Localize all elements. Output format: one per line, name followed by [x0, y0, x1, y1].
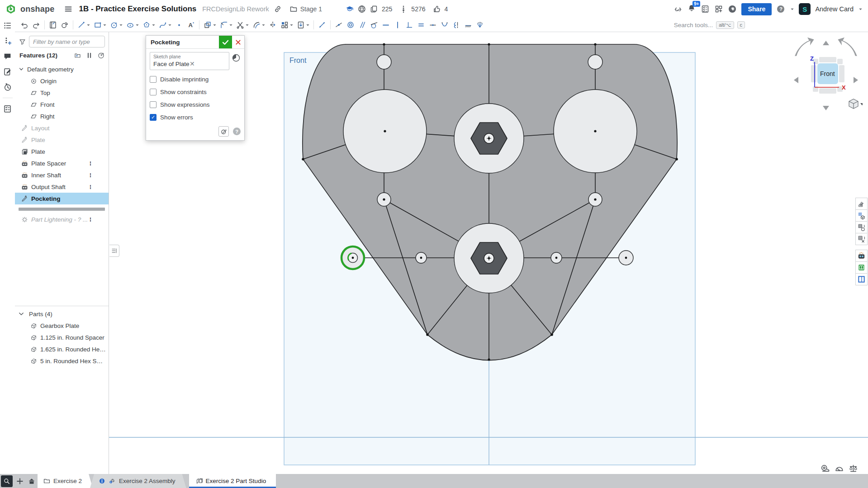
protractor-tool[interactable]: [834, 463, 844, 474]
chevron-down-icon[interactable]: [152, 23, 156, 27]
rotate-down-arrow[interactable]: [823, 106, 829, 110]
pattern-tool[interactable]: [279, 19, 295, 31]
tab-exercise-2[interactable]: Exercise 2: [38, 474, 93, 488]
symmetric-constraint[interactable]: [451, 19, 462, 31]
feature-item-front[interactable]: Front: [15, 99, 109, 110]
vertical-constraint[interactable]: [392, 19, 403, 31]
document-title[interactable]: 1B - Practice Exercise Solutions: [79, 5, 196, 14]
ellipse-tool[interactable]: [124, 19, 141, 31]
search-tools[interactable]: Search tools... alt/⌥ c: [674, 21, 745, 29]
appearance-panel-toggle[interactable]: [855, 198, 868, 210]
trim-tool[interactable]: [234, 19, 251, 31]
custom-features-panel-toggle[interactable]: [855, 250, 868, 262]
view-options-caret-icon[interactable]: [860, 103, 863, 105]
breadcrumb[interactable]: Stage 1: [289, 5, 322, 14]
rotate-left-arrow[interactable]: [794, 77, 798, 83]
new-tab-button[interactable]: [14, 475, 26, 487]
user-menu-caret-icon[interactable]: [859, 7, 863, 11]
redo-button[interactable]: [30, 19, 42, 31]
feature-list-panel-toggle[interactable]: [3, 21, 12, 30]
feature-item-right[interactable]: Right: [15, 110, 109, 122]
part-item[interactable]: 1.625 in. Rounded Hex ...: [15, 343, 109, 355]
checkbox-unchecked-icon[interactable]: [150, 89, 157, 95]
search-tabs-button[interactable]: [1, 475, 13, 487]
clear-selection-icon[interactable]: ✕: [190, 60, 226, 67]
onshape-logo-icon[interactable]: [5, 4, 16, 14]
feature-overflow-menu-icon[interactable]: ⁞: [90, 216, 91, 223]
checkbox-checked-icon[interactable]: ✓: [150, 114, 157, 121]
add-folder-icon[interactable]: [74, 52, 81, 59]
checkbox-show-constraints[interactable]: Show constraints: [150, 89, 241, 95]
feature-item-output-shaft[interactable]: Output Shaft⁞: [15, 181, 109, 193]
suppress-pause-icon[interactable]: [85, 52, 93, 59]
view-options-cube-icon[interactable]: [849, 99, 863, 109]
notifications[interactable]: 9+: [687, 4, 696, 14]
home-tab-button[interactable]: [26, 475, 38, 487]
edit-sketch-button[interactable]: [218, 126, 229, 137]
use-convert-tool[interactable]: [202, 19, 218, 31]
spline-tool[interactable]: [157, 19, 173, 31]
horizontal-constraint[interactable]: [380, 19, 392, 31]
chevron-down-icon[interactable]: [103, 23, 107, 27]
tangent-constraint[interactable]: [368, 19, 380, 31]
ai-advisor-icon[interactable]: [728, 5, 737, 14]
chevron-down-icon[interactable]: [168, 23, 172, 27]
coincident-constraint[interactable]: [333, 19, 345, 31]
help-caret-icon[interactable]: [790, 7, 794, 11]
dialog-accept-button[interactable]: [219, 36, 232, 48]
history-versions-panel[interactable]: [3, 82, 12, 92]
copies-icon[interactable]: [370, 5, 379, 14]
concentric-constraint[interactable]: [345, 19, 356, 31]
chevron-down-icon[interactable]: [119, 23, 123, 27]
part-item[interactable]: 1.125 in. Round Spacer: [15, 332, 109, 343]
sketch-circle[interactable]: [377, 55, 391, 69]
import-dxf-tool[interactable]: [295, 19, 311, 31]
dialog-cancel-button[interactable]: [232, 36, 244, 48]
sketch-dialog-button[interactable]: [47, 19, 59, 31]
side-panel-toggle[interactable]: [855, 273, 868, 285]
rollback-clock-icon[interactable]: [97, 52, 105, 59]
share-button[interactable]: Share: [741, 3, 772, 15]
feature-item-top[interactable]: Top: [15, 87, 109, 99]
feature-item-default-geometry[interactable]: Default geometry: [15, 63, 109, 75]
checkbox-show-errors[interactable]: ✓Show errors: [150, 114, 241, 121]
chevron-down-icon[interactable]: [245, 23, 249, 27]
checkbox-unchecked-icon[interactable]: [150, 101, 157, 108]
feature-item-inner-shaft[interactable]: Inner Shaft⁞: [15, 169, 109, 181]
feature-item-origin[interactable]: Origin: [15, 75, 109, 87]
feature-overflow-menu-icon[interactable]: ⁞: [90, 172, 91, 179]
chevron-down-icon[interactable]: [229, 23, 233, 27]
rotate-right-arrow[interactable]: [854, 77, 858, 83]
dimension-tool[interactable]: [316, 19, 328, 31]
point-tool[interactable]: [173, 19, 185, 31]
variables-panel[interactable]: [3, 104, 12, 114]
checkbox-disable-imprinting[interactable]: Disable imprinting: [150, 76, 241, 83]
user-name[interactable]: Andrew Card: [815, 5, 854, 13]
thumbs-up-icon[interactable]: [432, 5, 441, 14]
sketch-style-button[interactable]: [59, 19, 71, 31]
offset-tool[interactable]: [251, 19, 267, 31]
fix-constraint[interactable]: [462, 19, 474, 31]
parts-section-header[interactable]: Parts (4): [15, 308, 109, 320]
checkbox-show-expressions[interactable]: Show expressions: [150, 101, 241, 108]
sketch-plane-field[interactable]: Sketch plane Face of Plate ✕: [150, 52, 229, 70]
copy-link-icon[interactable]: [273, 5, 282, 14]
rollback-bar[interactable]: [19, 208, 105, 211]
chevron-down-icon[interactable]: [213, 23, 217, 27]
bom-table-panel-toggle[interactable]: [855, 209, 868, 222]
release-notes-panel[interactable]: [3, 67, 12, 76]
feature-overflow-menu-icon[interactable]: ⁞: [90, 184, 91, 190]
chevron-down-icon[interactable]: [261, 23, 266, 27]
checkbox-unchecked-icon[interactable]: [150, 76, 157, 83]
help-icon[interactable]: ?: [776, 5, 785, 14]
tab-exercise-2-assembly[interactable]: iExercise 2 Assembly: [90, 474, 186, 488]
part-item[interactable]: 5 in. Rounded Hex Shaft: [15, 355, 109, 367]
feature-item-plate-spacer[interactable]: Plate Spacer⁞: [15, 157, 109, 169]
mass-properties-tool[interactable]: [848, 463, 859, 474]
panel-collapse-handle[interactable]: [109, 245, 119, 257]
perpendicular-constraint[interactable]: [403, 19, 415, 31]
text-tool[interactable]: A: [185, 19, 197, 31]
midpoint-constraint[interactable]: [427, 19, 439, 31]
parallel-constraint[interactable]: [356, 19, 368, 31]
chevron-down-icon[interactable]: [306, 23, 310, 27]
